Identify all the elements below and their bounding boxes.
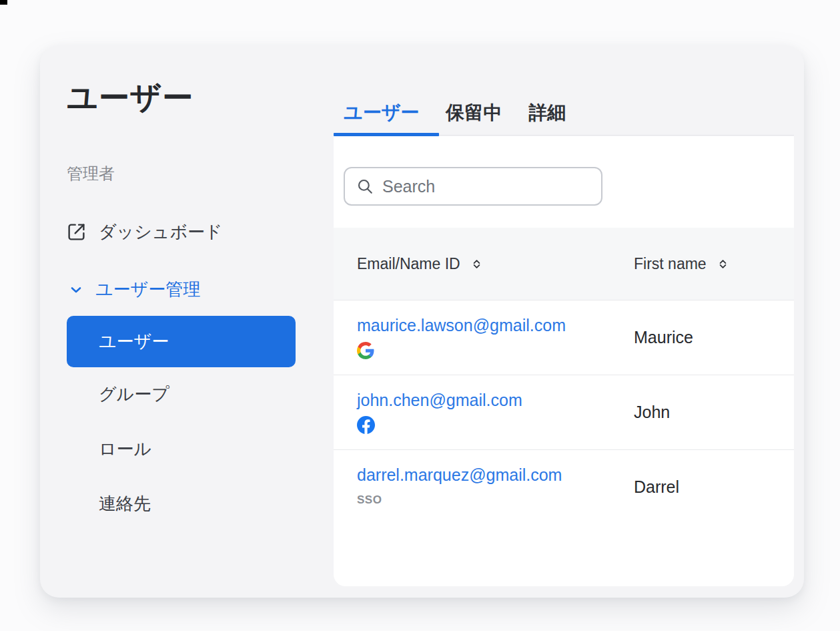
google-icon (357, 341, 634, 359)
search-box[interactable] (344, 167, 602, 206)
screenshot-corner-artifact (0, 0, 7, 5)
table-row[interactable]: darrel.marquez@gmail.com SSO Darrel (334, 449, 794, 524)
table-row[interactable]: john.chen@gmail.com John (334, 375, 794, 449)
tab-bar: ユーザー 保留中 詳細 (334, 91, 794, 136)
tab-details[interactable]: 詳細 (528, 100, 566, 126)
email-cell: darrel.marquez@gmail.com SSO (334, 465, 634, 509)
sidebar-item-users-selected[interactable]: ユーザー (67, 316, 296, 367)
sidebar-item-groups[interactable]: グループ (99, 383, 169, 406)
email-cell: john.chen@gmail.com (334, 391, 634, 434)
column-header-email[interactable]: Email/Name ID (334, 255, 634, 273)
sort-icon[interactable] (716, 257, 730, 271)
sidebar-item-label: ユーザー管理 (95, 278, 200, 301)
sidebar-section-label: 管理者 (67, 163, 115, 184)
column-header-first-name[interactable]: First name (634, 255, 730, 273)
app-card: ユーザー 管理者 ダッシュボード ユーザー管理 ユーザー グループ ロール 連絡… (40, 45, 804, 598)
sidebar-item-label: ダッシュボード (99, 220, 223, 244)
users-panel: Email/Name ID First name (334, 136, 794, 586)
table-row[interactable]: maurice.lawson@gmail.com Maurice (334, 300, 794, 375)
facebook-icon (357, 416, 634, 434)
table-header-row: Email/Name ID First name (334, 228, 794, 300)
sidebar-item-label: グループ (99, 383, 169, 406)
search-icon (356, 178, 374, 195)
column-label: Email/Name ID (357, 255, 460, 273)
sso-label: SSO (357, 493, 382, 507)
sidebar-item-label: ユーザー (99, 330, 169, 353)
sidebar-item-contacts[interactable]: 連絡先 (99, 492, 151, 515)
external-link-icon (67, 222, 86, 242)
active-tab-indicator (334, 133, 439, 136)
page-title: ユーザー (67, 77, 193, 119)
sidebar-item-label: ロール (99, 437, 151, 461)
tab-users[interactable]: ユーザー (344, 100, 419, 126)
first-name-cell: Darrel (634, 477, 679, 497)
column-label: First name (634, 255, 707, 273)
sso-badge: SSO (357, 491, 634, 509)
sidebar-item-dashboard[interactable]: ダッシュボード (67, 220, 223, 244)
chevron-down-icon (68, 282, 84, 298)
email-link[interactable]: darrel.marquez@gmail.com (357, 465, 634, 485)
email-link[interactable]: john.chen@gmail.com (357, 391, 634, 410)
first-name-cell: John (634, 403, 670, 422)
email-cell: maurice.lawson@gmail.com (334, 316, 634, 359)
table-body: maurice.lawson@gmail.com Maurice john.ch… (334, 300, 794, 524)
sidebar-item-label: 連絡先 (99, 492, 151, 515)
email-link[interactable]: maurice.lawson@gmail.com (357, 316, 634, 335)
sort-icon[interactable] (470, 257, 484, 271)
sidebar-item-roles[interactable]: ロール (99, 437, 151, 461)
tab-pending[interactable]: 保留中 (446, 100, 502, 126)
sidebar-item-user-management[interactable]: ユーザー管理 (68, 278, 200, 301)
search-input[interactable] (382, 177, 582, 196)
first-name-cell: Maurice (634, 328, 693, 347)
